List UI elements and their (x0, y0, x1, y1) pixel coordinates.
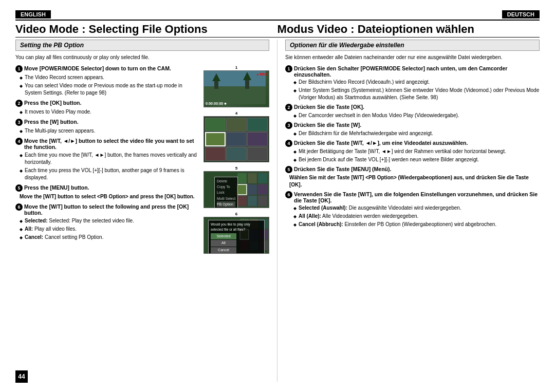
screen-wrapper-6: 6 (203, 212, 269, 254)
de-step-6: 6 Verwenden Sie die Taste [W/T], um die … (285, 191, 540, 228)
screen-video-record: Video Rec ▶ (203, 70, 269, 107)
step-num-de-5: 5 (285, 166, 292, 173)
bullet: ◆ Cancel: Cancel setting PB Option. (20, 234, 199, 241)
de-bullet: ◆ All (Alle): Alle Videodateien werden w… (289, 213, 540, 220)
de-step-1-body: ◆ Der Bildschirm Video Record (Videoaufn… (285, 79, 540, 101)
diamond-icon: ◆ (20, 109, 23, 115)
bullet: ◆ The Multi-play screen appears. (20, 127, 199, 135)
step-en-6-body: ◆ Selected: Selected: Play the selected … (15, 217, 199, 241)
de-step-3-body: ◆ Der Bildschirm für die Mehrfachwiederg… (285, 130, 540, 137)
menu-box: Delete Copy To Lock Multi Select PB Opti… (214, 177, 238, 208)
bullet: ◆ Selected: Selected: Play the selected … (20, 217, 199, 225)
steps-and-images: 1 Move [POWER/MODE Selector] down to tur… (15, 65, 269, 256)
step-num-de-3: 3 (285, 122, 292, 129)
dialog-all-btn[interactable]: All (211, 240, 236, 247)
de-bullet: ◆ Mit jeder Betätigung der Taste [W/T, ◄… (289, 148, 540, 155)
de-step-2-title: 2 Drücken Sie die Taste [OK]. (285, 104, 540, 111)
de-bullet: ◆ Bei jedem Druck auf die Taste VOL [+][… (289, 156, 540, 163)
svg-rect-12 (237, 184, 247, 195)
de-step-3: 3 Drücken Sie die Taste [W]. ◆ Der Bilds… (285, 122, 540, 137)
svg-rect-9 (237, 173, 247, 183)
screen-wrapper-4: 4 (203, 111, 269, 162)
svg-rect-16 (248, 196, 257, 206)
diamond-icon: ◆ (20, 168, 23, 174)
de-step-4-body: ◆ Mit jeder Betätigung der Taste [W/T, ◄… (285, 148, 540, 163)
step-en-5-body: Move the [W/T] button to select <PB Opti… (15, 193, 199, 200)
step-en-3: 3 Press the [W] button. ◆ The Multi-play… (15, 119, 199, 135)
diamond-icon: ◆ (293, 206, 297, 211)
de-step-2: 2 Drücken Sie die Taste [OK]. ◆ Der Camc… (285, 104, 540, 119)
de-step-2-body: ◆ Der Camcorder wechselt in den Modus Vi… (285, 112, 540, 119)
de-bullet: ◆ Cancel (Abbruch): Einstellen der PB Op… (289, 221, 540, 228)
step-en-2: 2 Press the [OK] button. ◆ It moves to V… (15, 100, 199, 116)
screen-dialog: Would you like to play only selected fil… (203, 217, 269, 254)
de-bullet: ◆ Der Camcorder wechselt in den Modus Vi… (289, 112, 540, 119)
thumb-cell-selected (205, 132, 226, 146)
screen-multi-thumb (203, 116, 269, 162)
diamond-icon: ◆ (293, 157, 297, 163)
title-en: Video Mode : Selecting File Options (15, 23, 267, 36)
dialog-question: Would you like to play only selected fil… (211, 222, 262, 232)
col-german: Optionen für die Wiedergabe einstellen S… (278, 40, 540, 382)
de-step-4: 4 Drücken Sie die Taste [W/T, ◄/►], um e… (285, 140, 540, 163)
diamond-icon: ◆ (293, 214, 297, 219)
menu-item-delete: Delete (217, 178, 235, 184)
diamond-icon: ◆ (20, 218, 23, 224)
diamond-icon: ◆ (20, 83, 23, 89)
svg-rect-11 (258, 173, 267, 183)
title-de: Modus Video : Dateioptionen wählen (267, 23, 540, 36)
step-num-1: 1 (15, 65, 23, 72)
step-en-2-body: ◆ It moves to Video Play mode. (15, 108, 199, 116)
diamond-icon: ◆ (20, 75, 23, 81)
thumb-grid (204, 117, 269, 162)
diamond-icon: ◆ (293, 131, 297, 137)
svg-rect-15 (237, 196, 247, 206)
de-step-5-title: 5 Drücken Sie die Taste [MENU] (Menü). (285, 166, 540, 173)
step-num-5: 5 (15, 184, 23, 192)
step-en-5: 5 Press the [MENU] button. Move the [W/T… (15, 184, 199, 200)
intro-text-en: You can play all files continuously or p… (15, 54, 269, 61)
diamond-icon: ◆ (20, 128, 23, 134)
thumb-cell (247, 118, 268, 132)
step-en-1-body: ◆ The Video Record screen appears. ◆ You… (15, 74, 199, 97)
diamond-icon: ◆ (293, 149, 297, 155)
step-en-6-header: 6 Move the [W/T] button to select the fo… (15, 203, 199, 216)
step-num-de-1: 1 (285, 65, 292, 72)
lang-badge-en: ENGLISH (15, 10, 51, 18)
bullet: ◆ All: Play all video files. (20, 226, 199, 233)
bullet: ◆ The Video Record screen appears. (20, 74, 199, 81)
svg-rect-14 (258, 184, 267, 195)
col-english: Setting the PB Option You can play all f… (15, 40, 278, 382)
screen-wrapper-5: 5 (203, 166, 269, 208)
de-step-4-title: 4 Drücken Sie die Taste [W/T, ◄/►], um e… (285, 140, 540, 147)
step-en-4: 4 Move the [W/T, ◄/►] button to select t… (15, 138, 199, 181)
diamond-icon: ◆ (293, 113, 297, 119)
diamond-icon: ◆ (293, 88, 297, 94)
de-bullet: ◆ Selected (Auswahl): Die ausgewählte Vi… (289, 204, 540, 212)
page: ENGLISH DEUTSCH Video Mode : Selecting F… (0, 0, 555, 392)
lang-badge-de: DEUTSCH (502, 10, 540, 18)
thumb-cell (226, 118, 247, 132)
step-en-4-body: ◆ Each time you move the [W/T, ◄►] butto… (15, 152, 199, 181)
menu-item-copyto: Copy To (217, 184, 235, 190)
menu-item-pboption: PB Option (217, 201, 235, 207)
thumb-cell (205, 147, 226, 161)
step-num-de-4: 4 (285, 140, 292, 147)
step-en-3-header: 3 Press the [W] button. (15, 119, 199, 126)
thumb-cell (247, 147, 268, 161)
dialog-selected-btn[interactable]: Selected (211, 233, 236, 240)
bullet: ◆ It moves to Video Play mode. (20, 108, 199, 116)
svg-rect-13 (248, 184, 257, 195)
de-bullet: ◆ Unter System Settings (Systemeinst.) k… (289, 87, 540, 101)
intro-text-de: Sie können entweder alle Dateien nachein… (285, 54, 540, 61)
thumb-cell (205, 118, 226, 132)
dialog-cancel-btn[interactable]: Cancel (211, 247, 236, 254)
content-row: Setting the PB Option You can play all f… (15, 40, 540, 382)
screen-menu: Delete Copy To Lock Multi Select PB Opti… (203, 171, 269, 208)
bullet: ◆ Each time you move the [W/T, ◄►] butto… (20, 152, 199, 166)
step-en-2-header: 2 Press the [OK] button. (15, 100, 199, 107)
step-en-3-body: ◆ The Multi-play screen appears. (15, 127, 199, 135)
step-num-4: 4 (15, 138, 23, 145)
dialog-box: Would you like to play only selected fil… (208, 220, 265, 254)
step-en-1: 1 Move [POWER/MODE Selector] down to tur… (15, 65, 199, 97)
